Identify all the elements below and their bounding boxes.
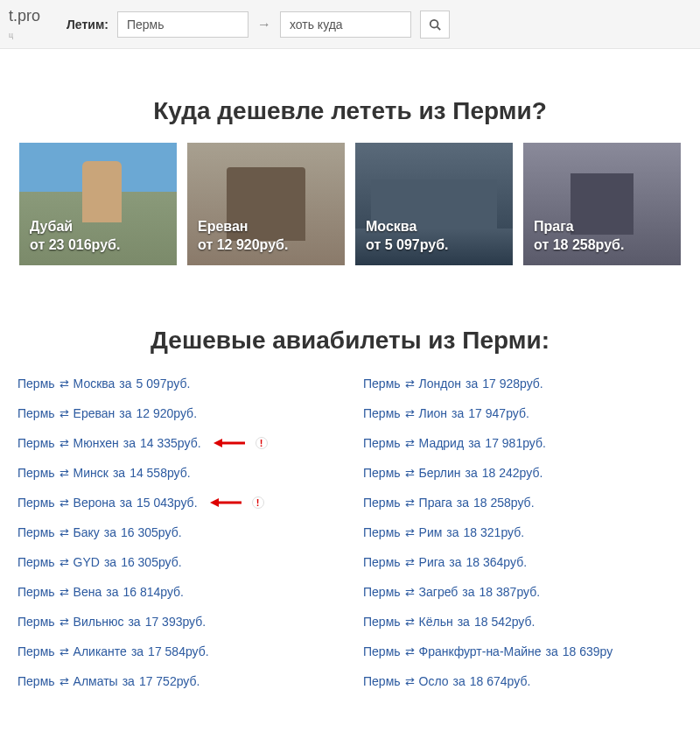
route-price: 5 097руб. [136,377,191,391]
route-link[interactable]: Пермь⇄GYD за 16 305руб. [18,555,182,569]
route-to: Мюнхен [74,436,119,450]
route-za: за [104,525,116,539]
route-from: Пермь [18,644,55,658]
route-link[interactable]: Пермь⇄Алматы за 17 752руб. [18,674,200,688]
route-to: Лион [419,406,448,420]
destination-card[interactable]: Москваот 5 097руб. [355,143,513,265]
swap-icon: ⇄ [405,556,415,569]
destination-card[interactable]: Прагаот 18 258руб. [523,143,681,265]
route-item: Пермь⇄Верона за 15 043руб.! [18,496,337,510]
route-za: за [546,644,558,658]
destination-cards: Дубайот 23 016руб.Ереванот 12 920руб.Мос… [18,143,682,265]
route-link[interactable]: Пермь⇄Минск за 14 558руб. [18,466,191,480]
route-link[interactable]: Пермь⇄Ереван за 12 920руб. [18,406,197,420]
logo: t.pro ц [9,7,40,41]
route-from: Пермь [363,436,401,450]
route-item: Пермь⇄Лион за 17 947руб. [363,406,682,420]
route-link[interactable]: Пермь⇄Лион за 17 947руб. [363,406,529,420]
route-link[interactable]: Пермь⇄Загреб за 18 387руб. [363,585,540,599]
swap-icon: ⇄ [60,616,69,629]
swap-icon: ⇄ [405,496,415,510]
route-link[interactable]: Пермь⇄Рим за 18 321руб. [363,525,524,539]
route-from: Пермь [18,525,55,539]
route-link[interactable]: Пермь⇄Осло за 18 674руб. [363,674,530,688]
to-input[interactable] [280,11,411,38]
route-item: Пермь⇄Рим за 18 321руб. [363,525,682,539]
route-link[interactable]: Пермь⇄Баку за 16 305руб. [18,525,182,539]
route-za: за [452,406,464,420]
route-from: Пермь [363,406,401,420]
highlight-arrow-icon [208,496,243,509]
card-city: Москва [366,218,502,236]
route-link[interactable]: Пермь⇄Аликанте за 17 584руб. [18,644,209,658]
route-price: 17 928руб. [482,377,543,391]
route-za: за [128,615,140,629]
route-link[interactable]: Пермь⇄Лондон за 17 928руб. [363,377,543,391]
route-link[interactable]: Пермь⇄Мадрид за 17 981руб. [363,436,546,450]
route-link[interactable]: Пермь⇄Берлин за 18 242руб. [363,466,542,480]
route-price: 17 393руб. [145,615,206,629]
route-link[interactable]: Пермь⇄Франкфурт-на-Майне за 18 639ру [363,644,612,658]
route-item: Пермь⇄Берлин за 18 242руб. [363,466,682,480]
section-cheap-routes-title: Дешевые авиабилеты из Перми: [18,327,682,355]
from-input[interactable] [117,11,248,38]
route-price: 12 920руб. [136,406,198,420]
routes-col-left: Пермь⇄Москва за 5 097руб.Пермь⇄Ереван за… [18,377,337,704]
route-link[interactable]: Пермь⇄Верона за 15 043руб. [18,496,198,510]
route-item: Пермь⇄GYD за 16 305руб. [18,555,337,569]
route-za: за [449,555,461,569]
route-za: за [122,674,135,688]
route-to: Баку [74,525,100,539]
route-price: 18 321руб. [464,525,525,539]
route-from: Пермь [363,585,401,599]
section-cheap-destinations-title: Куда дешевле лететь из Перми? [18,97,682,125]
route-from: Пермь [363,466,401,480]
route-from: Пермь [18,615,55,629]
destination-card[interactable]: Дубайот 23 016руб. [19,143,177,265]
route-za: за [462,585,474,599]
route-link[interactable]: Пермь⇄Москва за 5 097руб. [18,377,190,391]
route-from: Пермь [18,436,55,450]
route-from: Пермь [18,555,55,569]
route-za: за [120,496,132,510]
search-button[interactable] [420,11,450,39]
card-price: от 18 258руб. [534,236,670,255]
route-from: Пермь [18,377,55,391]
route-za: за [106,585,118,599]
route-link[interactable]: Пермь⇄Кёльн за 18 542руб. [363,615,535,629]
route-to: Аликанте [74,644,127,658]
route-item: Пермь⇄Ереван за 12 920руб. [18,406,337,420]
route-to: Москва [74,377,116,391]
route-link[interactable]: Пермь⇄Мюнхен за 14 335руб. [18,436,201,450]
card-price: от 23 016руб. [30,236,166,255]
route-from: Пермь [18,496,55,510]
swap-icon: ⇄ [60,526,69,539]
swap-icon: ⇄ [405,437,415,450]
route-za: за [131,644,144,658]
route-link[interactable]: Пермь⇄Рига за 18 364руб. [363,555,527,569]
route-to: GYD [74,555,100,569]
route-price: 18 258руб. [473,496,535,510]
route-link[interactable]: Пермь⇄Прага за 18 258руб. [363,496,535,510]
swap-icon: ⇄ [405,377,415,391]
route-za: за [113,466,125,480]
route-item: Пермь⇄Вильнюс за 17 393руб. [18,615,337,629]
route-to: Рига [419,555,445,569]
destination-card[interactable]: Ереванот 12 920руб. [187,143,345,265]
route-za: за [466,466,478,480]
route-price: 16 305руб. [121,525,182,539]
card-price: от 5 097руб. [366,236,502,255]
arrow-separator: → [257,17,271,32]
route-to: Осло [419,674,449,688]
route-link[interactable]: Пермь⇄Вильнюс за 17 393руб. [18,615,206,629]
route-from: Пермь [363,496,401,510]
route-from: Пермь [363,555,401,569]
route-price: 17 752руб. [139,674,200,688]
routes-columns: Пермь⇄Москва за 5 097руб.Пермь⇄Ереван за… [18,377,682,704]
swap-icon: ⇄ [60,556,69,569]
route-item: Пермь⇄Прага за 18 258руб. [363,496,682,510]
route-to: Рим [419,525,443,539]
swap-icon: ⇄ [60,675,69,688]
route-link[interactable]: Пермь⇄Вена за 16 814руб. [18,585,184,599]
card-price: от 12 920руб. [198,236,334,255]
